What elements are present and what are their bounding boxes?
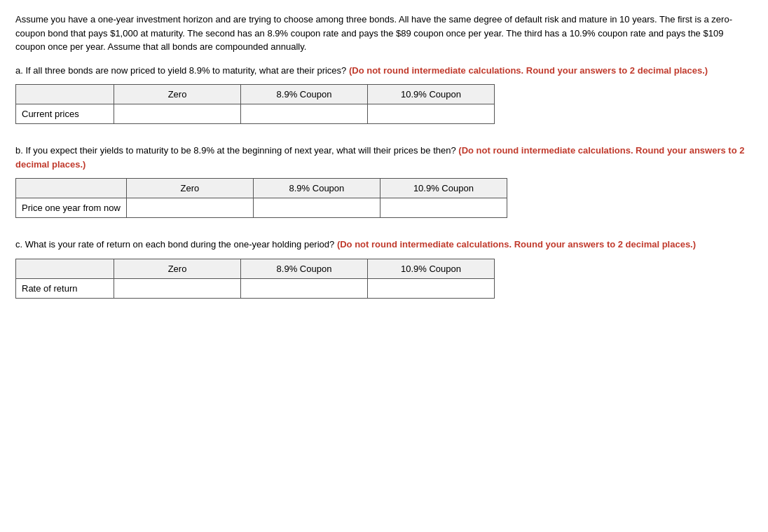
- intro-paragraph: Assume you have a one-year investment ho…: [15, 13, 753, 54]
- section-a: a. If all three bonds are now priced to …: [15, 64, 753, 125]
- section-c-label: c. What is your rate of return on each b…: [15, 239, 334, 250]
- section-a-109-cell[interactable]: [368, 104, 495, 124]
- section-b: b. If you expect their yields to maturit…: [15, 144, 753, 218]
- section-a-col-89: 8.9% Coupon: [241, 85, 368, 104]
- section-c-109-input[interactable]: [368, 279, 494, 298]
- section-a-question: a. If all three bonds are now priced to …: [15, 64, 753, 78]
- section-b-corner: [16, 179, 127, 198]
- section-a-zero-cell[interactable]: [114, 104, 241, 124]
- section-c-corner: [16, 259, 114, 278]
- section-a-col-109: 10.9% Coupon: [368, 85, 495, 104]
- section-a-109-input[interactable]: [368, 104, 494, 123]
- section-c-col-89: 8.9% Coupon: [241, 259, 368, 278]
- section-a-row: Current prices: [16, 104, 495, 124]
- section-a-corner: [16, 85, 114, 104]
- section-b-109-cell[interactable]: [380, 198, 507, 218]
- section-b-table: Zero 8.9% Coupon 10.9% Coupon Price one …: [15, 178, 507, 218]
- section-a-row-label: Current prices: [16, 104, 114, 124]
- section-a-instruction: (Do not round intermediate calculations.…: [349, 65, 708, 76]
- section-c-109-cell[interactable]: [368, 278, 495, 298]
- section-a-zero-input[interactable]: [114, 104, 240, 123]
- section-c-89-input[interactable]: [241, 279, 367, 298]
- section-c-table: Zero 8.9% Coupon 10.9% Coupon Rate of re…: [15, 259, 495, 299]
- section-c: c. What is your rate of return on each b…: [15, 238, 753, 299]
- section-b-row-label: Price one year from now: [16, 198, 127, 218]
- section-b-109-input[interactable]: [380, 198, 507, 217]
- section-a-table: Zero 8.9% Coupon 10.9% Coupon Current pr…: [15, 84, 495, 124]
- section-b-zero-cell[interactable]: [126, 198, 253, 218]
- section-b-col-109: 10.9% Coupon: [380, 179, 507, 198]
- section-b-col-89: 8.9% Coupon: [253, 179, 380, 198]
- section-a-89-cell[interactable]: [241, 104, 368, 124]
- section-c-zero-cell[interactable]: [114, 278, 241, 298]
- section-c-row: Rate of return: [16, 278, 495, 298]
- section-b-label: b. If you expect their yields to maturit…: [15, 145, 456, 156]
- section-b-89-cell[interactable]: [253, 198, 380, 218]
- section-a-col-zero: Zero: [114, 85, 241, 104]
- section-c-col-109: 10.9% Coupon: [368, 259, 495, 278]
- section-c-col-zero: Zero: [114, 259, 241, 278]
- section-b-col-zero: Zero: [126, 179, 253, 198]
- section-a-label: a. If all three bonds are now priced to …: [15, 65, 346, 76]
- section-c-zero-input[interactable]: [114, 279, 240, 298]
- section-c-instruction: (Do not round intermediate calculations.…: [337, 239, 696, 250]
- section-c-question: c. What is your rate of return on each b…: [15, 238, 753, 252]
- section-c-row-label: Rate of return: [16, 278, 114, 298]
- section-b-row: Price one year from now: [16, 198, 507, 218]
- section-b-question: b. If you expect their yields to maturit…: [15, 144, 753, 171]
- section-b-zero-input[interactable]: [127, 198, 253, 217]
- section-c-89-cell[interactable]: [241, 278, 368, 298]
- section-a-89-input[interactable]: [241, 104, 367, 123]
- section-b-89-input[interactable]: [254, 198, 380, 217]
